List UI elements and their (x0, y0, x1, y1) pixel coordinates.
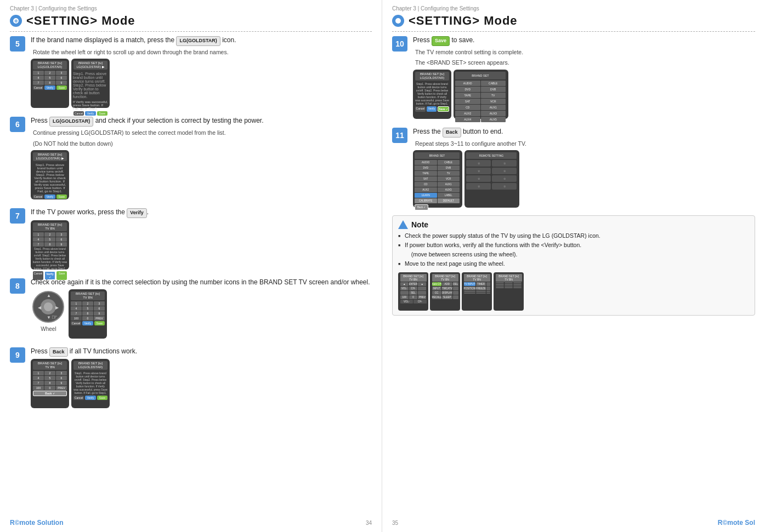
remote-img-8: BRAND SET [tv]TV BN 123 456 789 100 0 PR… (69, 289, 107, 339)
remote-bottom-5a: Cancel Verify Save (33, 85, 67, 90)
rb: 6 (56, 76, 67, 80)
step-7-num: 7 (10, 208, 25, 224)
sb (418, 291, 426, 295)
rb: TAPE (415, 171, 437, 176)
note-item-2: If power button works, verify all the fu… (398, 241, 749, 259)
rb: AUX3 (481, 111, 506, 116)
sb: ADD (442, 282, 452, 286)
remote-info-6: Step1. Press above brand button until de… (32, 162, 67, 194)
rb: AUX2 (415, 187, 437, 192)
rb: DEFAULT (438, 198, 460, 203)
step-6-sub1: Continue pressing LG(GOLDSTAR) to select… (33, 129, 372, 138)
left-footer-page: 34 (366, 520, 372, 526)
rb: 1 (33, 71, 44, 75)
sb: 0 (409, 295, 417, 299)
rb: 5 (44, 76, 55, 80)
rb: CALIBRATE (415, 198, 437, 203)
step-6-images: BRAND SET [tv]LG(GOLDSTAR) ▶ Step1. Pres… (31, 150, 372, 199)
sb: PREV (418, 295, 426, 299)
sb: TV INPUT (464, 282, 476, 286)
step-5-block: 5 If the brand name displayed is a match… (10, 35, 372, 108)
right-page: Chapter 3 | Configuring the Settings <SE… (382, 0, 765, 532)
note-section: Note Check the power supply status of th… (392, 215, 755, 316)
save-inline-10: Save (432, 36, 450, 46)
sb: CC (432, 291, 442, 295)
step-8-block: 8 Check once again if it is the correct … (10, 277, 372, 339)
remote-screen-8: BRAND SET [tv]TV BN (71, 291, 105, 300)
remote-img-11b: REMOTE SETTING ☆ ☆ ☆ ☆ ☆ ☆ ☆ ☆ (464, 150, 519, 208)
remote-screen-11a: BRAND SET (415, 152, 460, 159)
small-remote-2: BRAND SET [tv]TV BN Auto CHADDDEL INPUTT… (430, 272, 460, 311)
rb: 7 (33, 381, 44, 385)
step-11-block: 11 Press the Back button to end. Repeat … (392, 127, 755, 208)
step-11-text: Press the Back button to end. (413, 127, 755, 138)
svg-text:▶: ▶ (55, 305, 59, 310)
back-btn-9a: Back ✓ (33, 391, 67, 396)
rb: AUDIO (455, 81, 480, 86)
left-page: Chapter 3 | Configuring the Settings ⚙ <… (0, 0, 382, 532)
rb: VCR (438, 176, 460, 181)
sb: ▲ (418, 282, 426, 286)
remote-info-5b: Step1. Press above brand button until de… (73, 71, 108, 100)
sb (486, 293, 490, 294)
rb: CABLE (438, 160, 460, 165)
rb: 8 (44, 381, 55, 385)
remote-buttons-5a: 123 456 789 (33, 71, 67, 85)
small-screen-1: BRAND SET [tv]TV BN (400, 274, 427, 282)
rb: DVD (455, 87, 480, 92)
rb: 6 (56, 237, 67, 242)
sb: INPUT (432, 287, 442, 290)
remote-bottom-9b: Cancel Verify Save (73, 396, 107, 400)
rb: 2 (44, 71, 55, 75)
step-5-content: If the brand name displayed is a match, … (31, 35, 372, 108)
step-10-block: 10 Press Save to save. The TV remote con… (392, 35, 755, 119)
rb: 2 (82, 301, 93, 306)
save-btn-10a: Save ✓ (438, 106, 449, 112)
sb: CH- (409, 287, 417, 290)
rb: 2 (44, 232, 55, 237)
rb: 3 (94, 301, 105, 306)
rb: AUX3 (438, 187, 460, 192)
step-7-block: 7 If the TV power works, press the Verif… (10, 207, 372, 270)
remote-img-6: BRAND SET [tv]LG(GOLDSTAR) ▶ Step1. Pres… (31, 150, 69, 199)
sb (496, 287, 504, 288)
step-6-content: Press LG(GOLDSTAR) and check if your sel… (31, 116, 372, 199)
cancel-btn-6: Cancel (33, 195, 43, 199)
rb: 4 (71, 306, 82, 311)
wheel-img: ▲ ▼ ◀ ▶ ☞ (31, 289, 66, 325)
step-7-content: If the TV power works, press the Verify.… (31, 207, 372, 270)
small-btns-1: ▲ENTER▲ VOL-CH- SEL 1000PREV (400, 282, 427, 299)
sb: VOL- (400, 287, 409, 290)
rb: SAT (455, 99, 480, 104)
step-5-text: If the brand name displayed is a match, … (31, 35, 372, 46)
sb (464, 293, 476, 294)
remote-img-10b: BRAND SET AUDIO CABLE DVD DVB TAPE TV SA… (454, 70, 508, 119)
sb (453, 295, 458, 299)
section-icon: ⚙ (10, 15, 22, 27)
small-remote-1: BRAND SET [tv]TV BN ▲ENTER▲ VOL-CH- SEL … (398, 272, 428, 311)
remote-screen-5a: BRAND SET [tv]LG(GOLDSTAR) (33, 61, 67, 70)
rb: TV (481, 93, 506, 98)
remote-grid-11b: ☆ ☆ ☆ ☆ ☆ ☆ ☆ ☆ (466, 160, 517, 190)
remote-screen-10b: BRAND SET (455, 72, 506, 79)
cancel-btn: Cancel (33, 85, 43, 90)
note-item-3: Move to the next page using the wheel. (398, 259, 749, 268)
back-inline-11: Back (443, 128, 461, 138)
step-10-content: Press Save to save. The TV remote contro… (413, 35, 755, 119)
rb: 9 (56, 242, 67, 247)
rb: 5 (44, 237, 55, 242)
rb: 100 (71, 316, 82, 321)
remote-img-9a: BRAND SET [tv]TV BN 123 456 789 100 0 PR… (31, 359, 69, 408)
rb: ☆ (466, 175, 491, 182)
remote-screen-5b: BRAND SET [tv]LG(GOLDSTAR) ▶ (73, 61, 107, 70)
rb: ☆ (466, 168, 491, 174)
save-btn-9b: Save (97, 396, 107, 400)
step-6-text: Press LG(GOLDSTAR) and check if your sel… (31, 116, 372, 127)
remote-bottom-10a: Cancel Verify Save ✓ (415, 106, 449, 112)
sb: ▲ (400, 282, 409, 286)
sb (400, 291, 409, 295)
small-row-1: VOL-CH- (400, 300, 427, 304)
rb: AUX2 (455, 111, 480, 116)
sb (496, 282, 504, 283)
step-6-num: 6 (10, 117, 25, 132)
